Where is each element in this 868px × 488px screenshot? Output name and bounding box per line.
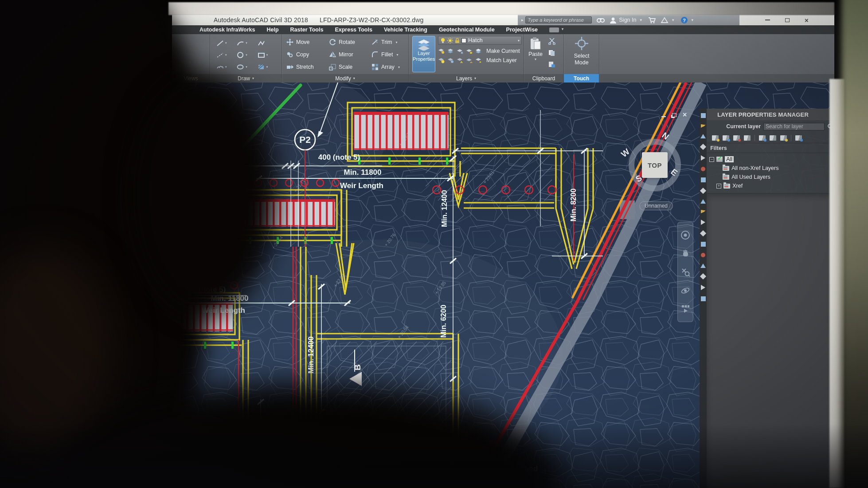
viewcube-view-name[interactable]: Unnamed (639, 201, 673, 210)
infocenter-search-input[interactable] (525, 16, 592, 24)
mirror-button[interactable]: Mirror (329, 48, 371, 61)
help-icon[interactable]: ? (680, 16, 688, 24)
layer-dropdown-icon[interactable]: ▾ (518, 39, 520, 43)
sign-in-button[interactable]: Sign In (619, 17, 637, 23)
settings-icon[interactable] (795, 135, 802, 141)
help-dropdown-icon[interactable]: ▾ (692, 18, 694, 22)
tree-item-non-xref[interactable]: All non-Xref Layers (709, 164, 833, 173)
strip-icon[interactable] (701, 210, 706, 213)
minimize-button[interactable] (765, 20, 770, 20)
menu-item-help[interactable]: Help (267, 27, 279, 33)
infocenter-collapse-icon[interactable]: ▸ (521, 18, 524, 22)
paste-button[interactable]: Paste ▾ (527, 37, 544, 71)
a360-icon[interactable] (661, 17, 669, 24)
isolate-icon[interactable] (770, 135, 776, 141)
strip-icon[interactable] (700, 134, 706, 138)
panel-label-touch[interactable]: Touch (564, 74, 599, 83)
unisolate-icon[interactable] (780, 135, 787, 141)
strip-icon[interactable] (701, 285, 705, 290)
rotate-button[interactable]: Rotate (329, 36, 371, 48)
viewcube-top-face[interactable]: TOP (642, 152, 668, 178)
circle-tool-icon[interactable]: ▾ (237, 49, 257, 61)
menu-item-express-tools[interactable]: Express Tools (335, 27, 372, 33)
rectangle-tool-icon[interactable]: ▾ (258, 49, 278, 61)
menu-item-infraworks[interactable]: Autodesk InfraWorks (199, 27, 255, 33)
layer-isolate-icon[interactable] (447, 48, 454, 54)
strip-icon[interactable] (701, 296, 706, 301)
orbit-icon[interactable] (680, 286, 690, 295)
strip-icon[interactable] (700, 144, 706, 150)
layer-thaw-icon[interactable] (447, 58, 454, 63)
copy-clip-icon[interactable] (548, 49, 556, 56)
new-layer-icon[interactable] (712, 135, 719, 141)
search-binoculars-icon[interactable] (596, 17, 605, 23)
layer-on-icon[interactable] (438, 58, 445, 63)
panel-label-layers[interactable]: Layers▾ (409, 74, 524, 83)
ellipse-tool-icon[interactable]: ▾ (237, 61, 257, 73)
match-layer-button[interactable]: Match Layer (486, 57, 517, 63)
hatch-tool-icon[interactable]: ▾ (258, 61, 278, 73)
layer-search-input[interactable] (763, 123, 825, 130)
steering-wheel-icon[interactable] (680, 230, 690, 240)
collapse-icon[interactable]: − (709, 157, 714, 162)
copy-button[interactable]: Copy (286, 48, 329, 61)
delete-layer-icon[interactable] (733, 135, 740, 141)
layer-walk-icon[interactable] (466, 58, 473, 63)
match-layer-icon[interactable] (475, 58, 482, 63)
tree-item-all[interactable]: − All (709, 155, 833, 164)
strip-icon[interactable] (701, 253, 705, 257)
layer-freeze-icon[interactable] (457, 48, 463, 54)
revcloud-tool-icon[interactable]: ▾ (216, 61, 237, 73)
stretch-button[interactable]: Stretch (286, 61, 329, 73)
cart-icon[interactable] (648, 17, 656, 24)
layer-dropdown[interactable]: Hatch ▾ (438, 36, 522, 45)
polyline-tool-icon[interactable] (258, 37, 278, 49)
menu-item-vehicle-tracking[interactable]: Vehicle Tracking (384, 27, 427, 33)
tree-item-xref[interactable]: + Xref (709, 181, 833, 190)
workspace-icon[interactable] (549, 28, 559, 32)
layer-properties-button[interactable]: Layer Properties (412, 36, 435, 72)
strip-icon[interactable] (701, 155, 705, 161)
strip-icon[interactable] (700, 273, 706, 279)
cut-icon[interactable] (548, 38, 556, 45)
expand-icon[interactable]: + (716, 184, 721, 189)
strip-icon[interactable] (701, 113, 706, 118)
sign-in-dropdown-icon[interactable]: ▾ (640, 18, 642, 22)
panel-label-modify[interactable]: Modify▾ (282, 74, 408, 83)
strip-icon[interactable] (701, 167, 705, 171)
select-mode-button[interactable]: SelectMode (568, 36, 595, 66)
layer-unlock-icon[interactable] (457, 58, 463, 63)
layer-states-icon[interactable] (759, 135, 766, 141)
paste-special-icon[interactable] (548, 61, 556, 68)
move-button[interactable]: Move (286, 36, 329, 48)
a360-dropdown-icon[interactable]: ▾ (672, 18, 674, 22)
strip-icon[interactable] (701, 177, 706, 182)
strip-icon[interactable] (700, 199, 706, 204)
strip-icon[interactable] (700, 264, 706, 268)
menu-item-projectwise[interactable]: ProjectWise (506, 27, 538, 33)
new-frozen-layer-icon[interactable] (723, 135, 729, 141)
showmotion-icon[interactable] (680, 304, 690, 314)
panel-label-clipboard[interactable]: Clipboard (524, 74, 563, 83)
pan-hand-icon[interactable] (680, 248, 690, 258)
close-button[interactable]: × (805, 17, 809, 24)
strip-icon[interactable] (701, 220, 705, 225)
menu-item-geotechnical[interactable]: Geotechnical Module (439, 27, 495, 33)
set-current-icon[interactable] (744, 135, 751, 141)
scale-button[interactable]: Scale (329, 61, 371, 73)
dwg-restore-button[interactable] (672, 113, 676, 117)
tree-item-used[interactable]: All Used Layers (709, 173, 833, 181)
restore-button[interactable] (785, 18, 790, 22)
zoom-extents-icon[interactable] (680, 267, 690, 277)
dwg-minimize-button[interactable] (661, 116, 666, 117)
make-current-icon[interactable] (475, 48, 482, 54)
menu-item-raster-tools[interactable]: Raster Tools (290, 27, 324, 33)
dwg-close-button[interactable]: × (683, 111, 687, 119)
layer-lock-icon[interactable] (466, 48, 473, 54)
strip-icon[interactable] (701, 124, 706, 128)
xline-tool-icon[interactable]: ▾ (216, 49, 237, 61)
make-current-button[interactable]: Make Current (486, 48, 520, 54)
strip-icon[interactable] (700, 188, 706, 194)
arc-tool-icon[interactable]: ▾ (237, 37, 257, 49)
line-tool-icon[interactable]: ▾ (216, 37, 237, 49)
